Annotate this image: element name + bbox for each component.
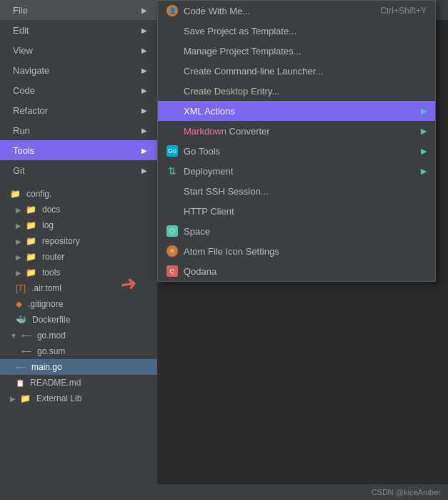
tree-item-label: main.go (31, 362, 62, 372)
submenu-item-atom-file-icon[interactable]: ⚛ Atom File Icon Settings (158, 241, 435, 261)
tree-item-tools[interactable]: ▶ 📁 tools (0, 265, 157, 280)
menu-item-label: Navigate (13, 65, 49, 76)
shortcut-label: Ctrl+Shift+Y (380, 6, 427, 16)
tree-item-label: go.sum (37, 346, 65, 356)
submenu-label-text: Code With Me... (184, 6, 250, 16)
go-sum-icon: ⟵ (21, 348, 31, 356)
go-tools-icon: Go (166, 145, 178, 157)
markdown-highlight: Markdown (184, 126, 227, 137)
submenu-item-markdown-converter[interactable]: Markdown Converter ▶ (158, 121, 435, 141)
toml-icon: [T] (16, 283, 26, 293)
submenu-item-space[interactable]: ⬡ Space (158, 221, 435, 241)
tree-item--air-toml[interactable]: [T] .air.toml (0, 280, 157, 296)
submenu-item-left: XML Actions (166, 106, 235, 117)
readme-icon: 📋 (16, 379, 24, 387)
submenu-item-left: Start SSH Session... (166, 186, 269, 197)
submenu-item-start-ssh-session[interactable]: Start SSH Session... (158, 181, 435, 201)
menu-item-file[interactable]: File▶ (0, 0, 157, 20)
menu-arrow: ▶ (141, 46, 147, 54)
submenu-item-save-project-template[interactable]: Save Project as Template... (158, 21, 435, 41)
tree-item-label: External Lib (36, 393, 81, 403)
menu-arrow: ▶ (141, 6, 147, 14)
submenu-arrow: ▶ (421, 167, 427, 176)
go-mod-icon: ⟵ (21, 332, 31, 340)
submenu-item-right: ▶ (421, 147, 427, 156)
menu-arrow: ▶ (141, 67, 147, 74)
tree-item-label: .air.toml (31, 283, 61, 293)
submenu-item-xml-actions[interactable]: XML Actions ▶ (158, 101, 435, 121)
submenu-label-text: Manage Project Templates... (184, 46, 302, 57)
submenu-label-text: Create Desktop Entry... (184, 86, 279, 97)
folder-icon: 📁 (10, 189, 21, 199)
tree-item-router[interactable]: ▶ 📁 router (0, 249, 157, 265)
menu-item-label: Refactor (13, 105, 48, 116)
tree-item-main-go[interactable]: ⟵ main.go (0, 359, 157, 375)
menu-item-code[interactable]: Code▶ (0, 80, 157, 100)
submenu-item-left: ⬡ Space (166, 225, 210, 237)
menu-item-label: View (13, 45, 33, 56)
submenu-item-left: ⇅ Deployment (166, 165, 233, 177)
menu-arrow: ▶ (141, 26, 147, 34)
folder-icon: 📁 (26, 205, 36, 215)
menu-item-tools[interactable]: Tools▶ (0, 140, 157, 160)
user-icon: 👤 (166, 5, 178, 16)
submenu-item-right: ▶ (421, 107, 427, 116)
menu-item-navigate[interactable]: Navigate▶ (0, 60, 157, 80)
tree-item-go-mod[interactable]: ▼ ⟵ go.mod (0, 328, 157, 343)
menu-item-label: Tools (13, 145, 34, 156)
submenu-label-text: Markdown Converter (184, 126, 270, 137)
menu-arrow: ▶ (141, 107, 147, 114)
submenu-item-manage-project-templates[interactable]: Manage Project Templates... (158, 41, 435, 61)
menu-item-refactor[interactable]: Refactor▶ (0, 100, 157, 120)
tree-item-config-[interactable]: 📁 config. (0, 186, 157, 202)
tree-item-Dockerfile[interactable]: 🐳 Dockerfile (0, 312, 157, 328)
tree-item-repository[interactable]: ▶ 📁 repository (0, 233, 157, 249)
tree-item-docs[interactable]: ▶ 📁 docs (0, 202, 157, 217)
tree-item-label: Dockerfile (32, 315, 70, 325)
tree-item-label: go.mod (37, 330, 66, 340)
submenu-item-qodana[interactable]: Q Qodana (158, 261, 435, 281)
submenu-item-http-client[interactable]: HTTP Client (158, 201, 435, 221)
submenu-label-text: HTTP Client (184, 206, 234, 217)
submenu-label-text: XML Actions (184, 106, 235, 117)
submenu-label-text: Space (184, 226, 210, 237)
menu-item-label: Code (13, 85, 35, 96)
submenu-item-go-tools[interactable]: Go Go Tools ▶ (158, 141, 435, 161)
tree-item-label: tools (42, 268, 60, 278)
expand-icon: ▶ (16, 237, 21, 245)
tree-item-README-md[interactable]: 📋 README.md (0, 375, 157, 391)
submenu-label-text: Save Project as Template... (184, 26, 297, 36)
tree-item-log[interactable]: ▶ 📁 log (0, 217, 157, 233)
menu-item-git[interactable]: Git▶ (0, 160, 157, 180)
submenu-item-create-cmdline-launcher[interactable]: Create Command-line Launcher... (158, 61, 435, 81)
menu-item-label: File (13, 5, 28, 16)
expand-icon: ▼ (10, 332, 17, 340)
menu-item-label: Run (13, 125, 30, 136)
atom-icon: ⚛ (166, 245, 178, 257)
menu-item-label: Edit (13, 25, 29, 36)
tree-item-label: config. (26, 189, 51, 199)
submenu-item-deployment[interactable]: ⇅ Deployment ▶ (158, 161, 435, 181)
submenu-arrow: ▶ (421, 127, 427, 136)
menu-arrow: ▶ (141, 127, 147, 134)
menu-arrow: ▶ (141, 87, 147, 94)
expand-icon: ▶ (16, 206, 21, 214)
deploy-icon: ⇅ (166, 165, 178, 177)
menu-item-edit[interactable]: Edit▶ (0, 20, 157, 40)
submenu-arrow: ▶ (421, 147, 427, 156)
tree-item--gitignore[interactable]: ◆ .gitignore (0, 296, 157, 312)
submenu-item-left: HTTP Client (166, 206, 234, 217)
submenu-item-create-desktop-entry[interactable]: Create Desktop Entry... (158, 81, 435, 101)
tree-item-External Lib[interactable]: ▶ 📁 External Lib (0, 391, 157, 406)
submenu-item-left: Markdown Converter (166, 126, 270, 137)
menu-item-run[interactable]: Run▶ (0, 120, 157, 140)
menu-item-view[interactable]: View▶ (0, 40, 157, 60)
submenu-label-text: Atom File Icon Settings (184, 246, 279, 257)
qodana-icon: Q (166, 265, 178, 277)
submenu-item-right: Ctrl+Shift+Y (380, 6, 427, 16)
tree-item-go-sum[interactable]: ⟵ go.sum (0, 343, 157, 359)
menu-arrow: ▶ (141, 167, 147, 175)
tree-item-label: README.md (30, 378, 81, 388)
submenu-item-left: Manage Project Templates... (166, 46, 302, 57)
submenu-item-code-with-me[interactable]: 👤 Code With Me... Ctrl+Shift+Y (158, 1, 435, 21)
